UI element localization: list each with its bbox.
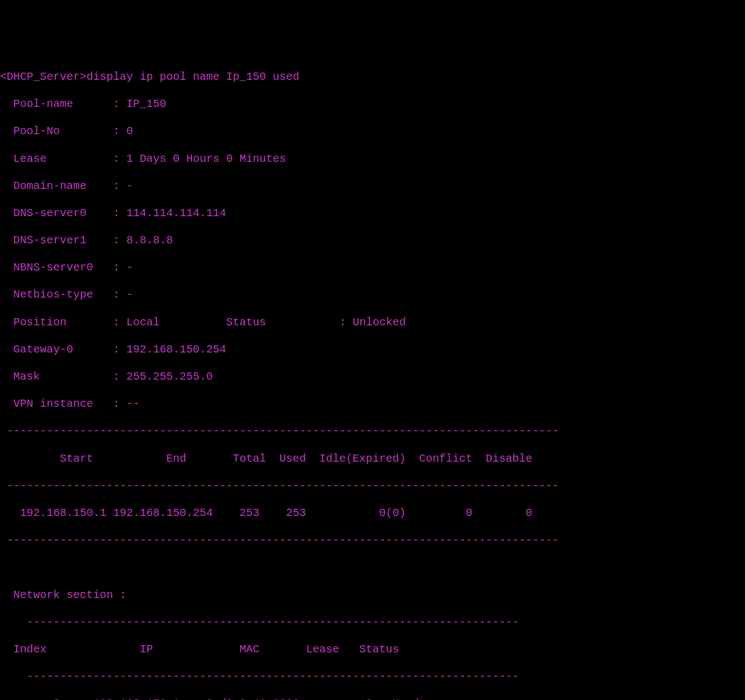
network-divider-bottom: ----------------------------------------… — [0, 670, 745, 684]
position-value: Local — [126, 316, 226, 329]
divider-top: ----------------------------------------… — [0, 425, 745, 438]
dns0-label: DNS-server0 : — [0, 207, 126, 219]
pool-no-row: Pool-No : 0 — [0, 125, 745, 139]
pool-no-label: Pool-No : — [0, 125, 126, 137]
lease-row: Lease : 1 Days 0 Hours 0 Minutes — [0, 152, 745, 166]
dns0-row: DNS-server0 : 114.114.114.114 — [0, 207, 745, 221]
terminal-output: <DHCP_Server>display ip pool name Ip_150… — [0, 57, 745, 700]
mask-label: Mask : — [0, 370, 126, 383]
lease-label: Lease : — [0, 152, 126, 165]
dns1-label: DNS-server1 : — [0, 234, 126, 247]
status-label: Status : — [226, 316, 353, 329]
gateway-label: Gateway-0 : — [0, 343, 126, 356]
vpn-label: VPN instance : — [0, 397, 126, 410]
divider-mid: ----------------------------------------… — [0, 479, 745, 493]
status-value: Unlocked — [353, 316, 406, 329]
domain-name-label: Domain-name : — [0, 180, 126, 192]
domain-name-value: - — [126, 180, 133, 192]
network-rows-container: 0 192.168.150.1 8ad0-2a46-6322 3 Used 1 … — [0, 697, 745, 700]
position-row: Position : Local Status : Unlocked — [0, 316, 745, 330]
summary-data: 192.168.150.1 192.168.150.254 253 253 0(… — [0, 507, 745, 520]
pool-no-value: 0 — [126, 125, 133, 137]
pool-name-label: Pool-name : — [0, 98, 126, 110]
netbios-label: Netbios-type : — [0, 288, 126, 301]
dns1-value: 8.8.8.8 — [126, 234, 173, 247]
nbns0-label: NBNS-server0 : — [0, 261, 126, 274]
network-divider-top: ----------------------------------------… — [0, 616, 745, 630]
nbns0-value: - — [126, 261, 133, 274]
vpn-value: -- — [126, 397, 140, 410]
summary-header: Start End Total Used Idle(Expired) Confl… — [0, 452, 745, 466]
pool-name-row: Pool-name : IP_150 — [0, 98, 745, 111]
position-label: Position : — [0, 316, 126, 329]
lease-value: 1 Days 0 Hours 0 Minutes — [126, 152, 286, 165]
prompt-host: <DHCP_Server> — [0, 70, 86, 83]
mask-value: 255.255.255.0 — [126, 370, 213, 383]
network-section-title: Network section : — [0, 589, 745, 602]
gateway-row: Gateway-0 : 192.168.150.254 — [0, 343, 745, 357]
dns0-value: 114.114.114.114 — [126, 207, 226, 219]
dns1-row: DNS-server1 : 8.8.8.8 — [0, 234, 745, 248]
domain-name-row: Domain-name : - — [0, 180, 745, 193]
pool-name-value: IP_150 — [126, 98, 166, 110]
nbns0-row: NBNS-server0 : - — [0, 261, 745, 275]
mask-row: Mask : 255.255.255.0 — [0, 370, 745, 384]
blank-line — [0, 561, 745, 575]
divider-bottom: ----------------------------------------… — [0, 534, 745, 548]
vpn-row: VPN instance : -- — [0, 397, 745, 411]
command-text: display ip pool name Ip_150 used — [86, 70, 299, 83]
netbios-value: - — [126, 288, 133, 301]
gateway-value: 192.168.150.254 — [126, 343, 226, 356]
network-row: 0 192.168.150.1 8ad0-2a46-6322 3 Used — [0, 697, 745, 700]
network-header: Index IP MAC Lease Status — [0, 643, 745, 657]
command-line: <DHCP_Server>display ip pool name Ip_150… — [0, 70, 745, 84]
netbios-row: Netbios-type : - — [0, 288, 745, 302]
